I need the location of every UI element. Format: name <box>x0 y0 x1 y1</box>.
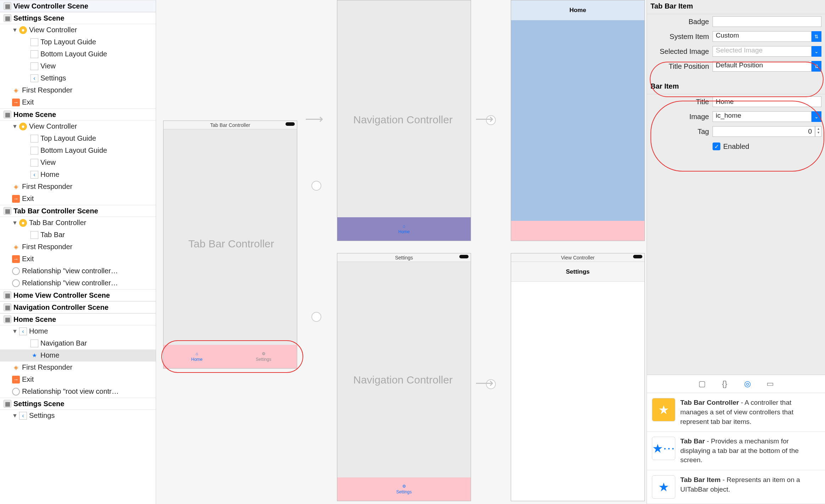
library-item[interactable]: ★ Tab Bar Controller - A controller that… <box>647 393 825 432</box>
segue-joint[interactable] <box>311 312 321 322</box>
back-icon: ‹ <box>19 412 27 420</box>
title-position-select[interactable]: Default Position <box>713 61 812 72</box>
outline-item[interactable]: Top Layout Guide <box>0 133 156 145</box>
badge-input[interactable] <box>713 16 821 27</box>
outline-item[interactable]: ◈First Responder <box>0 181 156 193</box>
outline-item[interactable]: ‹Settings <box>0 72 156 84</box>
segue-joint[interactable] <box>311 181 321 191</box>
scene-header[interactable]: ▦Navigation Controller Scene <box>0 301 156 313</box>
outline-item[interactable]: ‹Home <box>0 169 156 181</box>
outline-item[interactable]: Bottom Layout Guide <box>0 48 156 60</box>
code-snippet-icon[interactable]: {} <box>719 379 730 389</box>
enabled-checkbox[interactable]: ✓ <box>713 142 720 150</box>
outline-item[interactable]: Relationship "root view contr… <box>0 386 156 398</box>
scene-title: Settings <box>337 253 471 262</box>
system-item-select[interactable]: Custom <box>713 31 812 42</box>
object-library[interactable]: ★ Tab Bar Controller - A controller that… <box>647 393 825 504</box>
object-library-icon[interactable]: ◎ <box>742 379 753 389</box>
library-item[interactable]: ★⋯ Tab Bar - Provides a mechanism for di… <box>647 432 825 470</box>
tab-bar <box>511 221 644 241</box>
dropdown-icon[interactable]: ⌄ <box>812 111 821 122</box>
outline-item[interactable]: Bottom Layout Guide <box>0 145 156 157</box>
item-label: Relationship "view controller… <box>22 279 118 287</box>
dropdown-icon[interactable]: ⇅ <box>812 61 821 72</box>
item-label: First Responder <box>22 363 72 371</box>
scene-header[interactable]: ▦Home View Controller Scene <box>0 289 156 301</box>
title-input[interactable] <box>713 96 821 107</box>
storyboard-canvas[interactable]: Tab Bar Controller Tab Bar Controller ⌂H… <box>156 0 647 504</box>
outline-item[interactable]: ◈First Responder <box>0 84 156 96</box>
outline-item[interactable]: Relationship "view controller… <box>0 265 156 277</box>
field-label: Badge <box>650 18 709 26</box>
scene-header[interactable]: ▦Settings Scene <box>0 398 156 410</box>
outline-item[interactable]: ▼‹Home <box>0 325 156 337</box>
viewcontroller-icon: ● <box>19 123 27 130</box>
nav-controller-scene-2[interactable]: Settings Navigation Controller ⚙Settings <box>337 253 471 501</box>
tabbar-controller-scene[interactable]: Tab Bar Controller Tab Bar Controller ⌂H… <box>163 121 297 369</box>
media-library-icon[interactable]: ▭ <box>765 379 775 389</box>
outline-item[interactable]: Top Layout Guide <box>0 36 156 48</box>
home-vc-scene[interactable]: Home <box>511 0 645 241</box>
scene-header[interactable]: ▦View Controller Scene <box>0 0 156 12</box>
scene-header[interactable]: ▦Tab Bar Controller Scene <box>0 205 156 217</box>
outline-item[interactable]: →Exit <box>0 96 156 108</box>
tab-home[interactable]: ⌂Home <box>164 345 230 368</box>
library-item[interactable]: ★ Tab Bar Item - Represents an item on a… <box>647 470 825 504</box>
segue-icon <box>12 279 20 287</box>
outline-item[interactable]: →Exit <box>0 374 156 386</box>
image-select[interactable]: ic_home <box>713 111 812 122</box>
library-tab-bar: ▢ {} ◎ ▭ <box>647 375 825 393</box>
outline-item[interactable]: ◈First Responder <box>0 241 156 253</box>
file-template-icon[interactable]: ▢ <box>697 379 707 389</box>
firstresponder-icon: ◈ <box>12 364 20 371</box>
exit-icon: → <box>12 376 20 383</box>
outline-item[interactable]: ◈First Responder <box>0 362 156 374</box>
disclosure-icon[interactable]: ▼ <box>12 328 17 335</box>
outline-item[interactable]: Relationship "view controller… <box>0 277 156 289</box>
document-outline[interactable]: ▦View Controller Scene ▦Settings Scene ▼… <box>0 0 156 504</box>
selected-image-select[interactable]: Selected Image <box>713 46 812 57</box>
gear-icon: ⚙ <box>262 351 266 356</box>
outline-item[interactable]: Tab Bar <box>0 229 156 241</box>
outline-item-selected[interactable]: ★Home <box>0 349 156 362</box>
tab-bar[interactable]: ⌂Home ⚙Settings <box>164 345 297 368</box>
dropdown-icon[interactable]: ⇅ <box>812 31 821 42</box>
outline-item[interactable]: View <box>0 157 156 169</box>
tag-input[interactable] <box>713 126 815 137</box>
exit-icon: → <box>12 255 20 263</box>
scene-header[interactable]: ▦Home Scene <box>0 313 156 325</box>
scene-icon: ▦ <box>4 315 11 323</box>
item-label: Tab Bar Controller <box>29 219 86 227</box>
scene-header[interactable]: ▦Home Scene <box>0 108 156 121</box>
tab-settings[interactable]: ⚙Settings <box>230 345 297 368</box>
outline-item[interactable]: ▼●View Controller <box>0 121 156 133</box>
outline-item[interactable]: ▼‹Settings <box>0 410 156 422</box>
item-label: Tab Bar <box>40 231 65 239</box>
outline-item[interactable]: ▼●View Controller <box>0 24 156 36</box>
section-title: Tab Bar Item <box>647 0 825 14</box>
segue-arrow: ⟶ <box>475 376 494 391</box>
outline-item[interactable]: ▼●Tab Bar Controller <box>0 217 156 229</box>
layoutguide-icon <box>31 50 38 58</box>
disclosure-icon[interactable]: ▼ <box>12 413 17 419</box>
tag-stepper[interactable]: ▴▾ <box>815 126 821 137</box>
disclosure-icon[interactable]: ▼ <box>12 123 17 130</box>
viewcontroller-icon: ● <box>19 219 27 227</box>
outline-item[interactable]: View <box>0 60 156 72</box>
segue-icon <box>12 388 20 396</box>
field-label: Image <box>650 113 709 121</box>
scene-header[interactable]: ▦Settings Scene <box>0 12 156 24</box>
disclosure-icon[interactable]: ▼ <box>12 220 17 226</box>
dropdown-icon[interactable]: ⌄ <box>812 46 821 57</box>
nav-controller-scene[interactable]: Navigation Controller ⌂Home <box>337 0 471 241</box>
outline-item[interactable]: Navigation Bar <box>0 337 156 349</box>
scene-icon: ▦ <box>4 14 11 22</box>
item-label: Settings <box>40 74 66 82</box>
tab-label: Home <box>398 229 410 234</box>
outline-item[interactable]: →Exit <box>0 193 156 205</box>
outline-item[interactable]: →Exit <box>0 253 156 265</box>
scene-label: Settings Scene <box>13 400 64 408</box>
settings-vc-scene[interactable]: View Controller Settings <box>511 253 645 501</box>
scene-label: Home View Controller Scene <box>13 291 110 299</box>
disclosure-icon[interactable]: ▼ <box>12 27 17 33</box>
